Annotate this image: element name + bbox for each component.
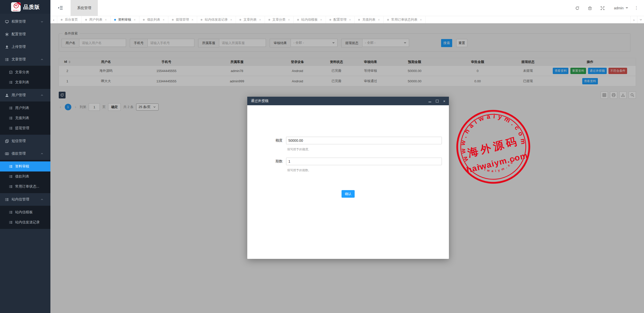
tab-bar: ‹ 后台首页 用户列表 × 资料审核 × 借款列表 bbox=[50, 16, 644, 23]
amount-field-row: 额度 bbox=[247, 137, 449, 144]
minimize-icon[interactable] bbox=[428, 102, 431, 102]
chevron-down-icon bbox=[40, 20, 44, 23]
sidebar-item-profile-audit[interactable]: 资料审核 bbox=[0, 161, 50, 171]
tab-label: 站内信模板 bbox=[301, 17, 318, 22]
sidebar-item-recharge-list[interactable]: 充值列表 bbox=[0, 113, 50, 123]
sidebar-item-loans[interactable]: 借款管理 bbox=[0, 147, 50, 160]
sidebar-item-mail-template[interactable]: 站内信模板 bbox=[0, 207, 50, 217]
tab-close-icon[interactable]: × bbox=[105, 18, 107, 22]
tab-order-status-list[interactable]: 常用订单状态列表 × bbox=[384, 16, 426, 23]
module-tab-system[interactable]: 系统管理 bbox=[71, 0, 98, 16]
sidebar-item-upload[interactable]: 上传管理 bbox=[0, 41, 50, 53]
tab-scroll-right-button[interactable]: › bbox=[630, 16, 637, 23]
tab-close-icon[interactable]: × bbox=[259, 18, 261, 22]
sidebar-item-mail[interactable]: 站内信管理 bbox=[0, 193, 50, 206]
tab-dot-icon bbox=[297, 19, 299, 21]
dialog-titlebar[interactable]: 通过并授额 × bbox=[247, 97, 449, 105]
tab-close-icon[interactable]: × bbox=[378, 18, 380, 22]
sidebar-item-loan-list[interactable]: 借款列表 bbox=[0, 171, 50, 182]
tab-user-list[interactable]: 用户列表 × bbox=[82, 16, 111, 23]
tab-close-icon[interactable]: × bbox=[192, 18, 194, 22]
tab-article-list[interactable]: 文章列表 × bbox=[236, 16, 265, 23]
chevron-up-icon bbox=[40, 94, 44, 97]
sidebar-item-article-list[interactable]: 文章列表 bbox=[0, 77, 50, 87]
trash-button[interactable] bbox=[584, 6, 596, 10]
tab-article-category[interactable]: 文章分类 × bbox=[265, 16, 294, 23]
logo-subtext: 招商银行 bbox=[11, 10, 21, 11]
tab-mail-template[interactable]: 站内信模板 × bbox=[294, 16, 326, 23]
tab-close-icon[interactable]: × bbox=[420, 18, 422, 22]
close-icon[interactable]: × bbox=[443, 99, 445, 103]
tab-profile-audit[interactable]: 资料审核 × bbox=[111, 16, 140, 23]
tab-mail-log[interactable]: 站内信发送记录 × bbox=[197, 16, 236, 23]
tab-scroll-left-button[interactable]: ‹ bbox=[50, 16, 57, 23]
sidebar-item-user-list[interactable]: 用户列表 bbox=[0, 103, 50, 113]
submenu-loans: 资料审核 借款列表 常用订单状态... bbox=[0, 160, 50, 193]
period-label: 期数 bbox=[273, 159, 283, 164]
tab-label: 常用订单状态列表 bbox=[391, 17, 417, 22]
tab-close-icon[interactable]: × bbox=[349, 18, 351, 22]
tab-label: 资料审核 bbox=[118, 17, 131, 22]
tab-close-icon[interactable]: × bbox=[163, 18, 165, 22]
sidebar-collapse-button[interactable] bbox=[58, 5, 64, 11]
sidebar-item-label: 提现管理 bbox=[15, 126, 29, 130]
tab-close-icon[interactable]: × bbox=[230, 18, 232, 22]
dialog-body: 额度 填写授予的额度, 期数 填写授予的期数, 确认 bbox=[247, 105, 449, 198]
tab-dot-icon bbox=[387, 19, 389, 21]
sidebar-item-permissions[interactable]: 权限管理 bbox=[0, 15, 50, 28]
tab-close-icon[interactable]: × bbox=[134, 18, 136, 22]
amount-input[interactable] bbox=[286, 137, 442, 144]
more-menu-button[interactable]: ⋮ bbox=[632, 5, 641, 11]
chevron-up-icon bbox=[40, 152, 44, 155]
list-icon bbox=[9, 116, 13, 120]
tab-list-dropdown-button[interactable] bbox=[637, 16, 644, 23]
chevron-up-icon bbox=[40, 58, 44, 61]
fullscreen-button[interactable] bbox=[596, 6, 609, 10]
trash-icon bbox=[588, 6, 592, 10]
tab-close-icon[interactable]: × bbox=[288, 18, 290, 22]
sidebar-item-label: 站内信管理 bbox=[12, 197, 29, 202]
username-label: admin bbox=[614, 6, 624, 10]
submenu-articles: 文章分类 文章列表 bbox=[0, 66, 50, 89]
submenu-mail: 站内信模板 站内信发送记录 bbox=[0, 206, 50, 229]
tab-config[interactable]: 配置管理 × bbox=[326, 16, 355, 23]
sidebar-item-articles[interactable]: 文章管理 bbox=[0, 53, 50, 66]
list-icon bbox=[9, 106, 13, 110]
chevron-up-icon bbox=[40, 198, 44, 201]
tab-withdraw-mgmt[interactable]: 提现管理 × bbox=[168, 16, 197, 23]
user-icon bbox=[5, 93, 9, 97]
maximize-icon[interactable] bbox=[436, 100, 439, 102]
list-icon bbox=[9, 175, 13, 178]
tab-dot-icon bbox=[239, 19, 241, 21]
sidebar-item-config[interactable]: 配置管理 bbox=[0, 28, 50, 41]
period-hint: 填写授予的期数, bbox=[287, 168, 449, 172]
sidebar-menu: 权限管理 配置管理 上传管理 文章管理 文章分类 bbox=[0, 14, 50, 229]
sidebar-item-label: 文章管理 bbox=[12, 57, 26, 62]
sidebar-item-label: 权限管理 bbox=[12, 19, 26, 24]
tab-recharge-list[interactable]: 充值列表 × bbox=[355, 16, 384, 23]
confirm-button[interactable]: 确认 bbox=[342, 190, 355, 198]
period-input[interactable] bbox=[286, 158, 442, 165]
submenu-users: 用户列表 充值列表 提现管理 bbox=[0, 101, 50, 135]
chevron-down-icon bbox=[639, 18, 642, 21]
sidebar-item-article-category[interactable]: 文章分类 bbox=[0, 67, 50, 77]
dialog-title: 通过并授额 bbox=[251, 99, 268, 103]
sidebar: M 招商银行 品质版 权限管理 配置管理 上传管理 文章管理 bbox=[0, 0, 50, 313]
collapse-icon bbox=[58, 5, 63, 10]
sidebar-item-mail-log[interactable]: 站内信发送记录 bbox=[0, 217, 50, 227]
tab-dot-icon bbox=[201, 19, 202, 21]
tab-close-icon[interactable]: × bbox=[320, 18, 322, 22]
tab-loan-list[interactable]: 借款列表 × bbox=[139, 16, 168, 23]
tab-home[interactable]: 后台首页 bbox=[57, 16, 82, 23]
sidebar-item-order-status[interactable]: 常用订单状态... bbox=[0, 182, 50, 192]
logo[interactable]: M 招商银行 品质版 bbox=[0, 0, 50, 14]
user-menu[interactable]: admin bbox=[614, 6, 628, 10]
list-icon bbox=[9, 81, 13, 84]
app-root: M 招商银行 品质版 权限管理 配置管理 上传管理 文章管理 bbox=[0, 0, 644, 313]
list-icon bbox=[9, 126, 13, 130]
refresh-button[interactable] bbox=[571, 6, 584, 10]
sidebar-item-users[interactable]: 用户管理 bbox=[0, 89, 50, 101]
sidebar-item-sms[interactable]: 短信管理 bbox=[0, 135, 50, 147]
sidebar-item-withdraw-mgmt[interactable]: 提现管理 bbox=[0, 123, 50, 133]
calendar-icon bbox=[9, 71, 13, 74]
